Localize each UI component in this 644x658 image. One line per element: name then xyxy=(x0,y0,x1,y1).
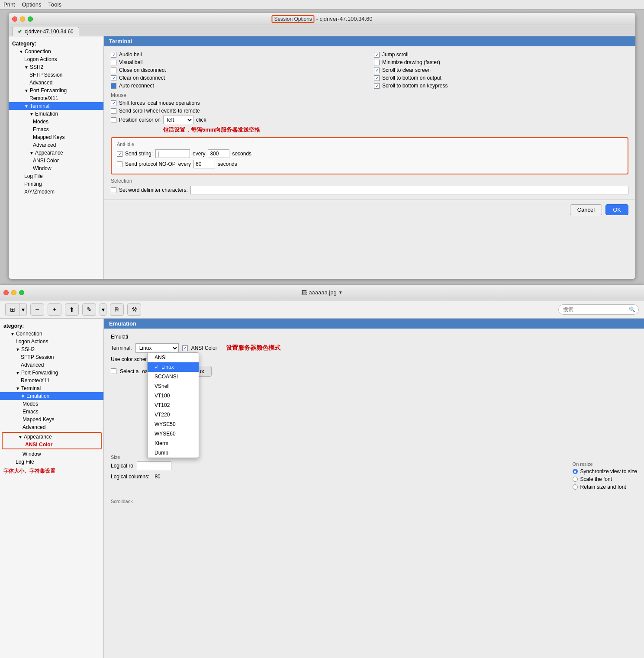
auto-reconnect-checkbox[interactable] xyxy=(111,83,116,89)
dropdown-vt100[interactable]: VT100 xyxy=(148,391,199,400)
send-string-checkbox[interactable] xyxy=(117,151,122,157)
sidebar-item-appearance[interactable]: ▼Appearance xyxy=(9,149,103,157)
ansi-color-checkbox[interactable] xyxy=(182,345,188,351)
dropdown-vt220[interactable]: VT220 xyxy=(148,410,199,419)
close-disconnect-checkbox[interactable] xyxy=(111,68,116,73)
window1-titlebar: Session Options - cjdriver-47.100.34.60 xyxy=(9,13,635,25)
layout-button[interactable]: ⊞ xyxy=(6,303,19,316)
sidebar-item-xyzmodem[interactable]: X/Y/Zmodem xyxy=(9,188,103,196)
sidebar2-emacs[interactable]: Emacs xyxy=(0,408,103,416)
dropdown-ansi[interactable]: ANSI xyxy=(148,353,199,362)
menu-tools[interactable]: Tools xyxy=(48,1,61,8)
sidebar2-appearance[interactable]: ▼Appearance xyxy=(3,433,101,441)
sidebar-item-emacs[interactable]: Emacs xyxy=(9,126,103,133)
send-string-input[interactable] xyxy=(155,149,190,158)
scroll-clear-checkbox[interactable] xyxy=(374,68,380,73)
scroll-wheel-checkbox[interactable] xyxy=(111,108,116,114)
sidebar2-window[interactable]: Window xyxy=(0,450,103,458)
iv-minimize-button[interactable] xyxy=(11,290,16,295)
sidebar-item-emulation[interactable]: ▼Emulation xyxy=(9,110,103,118)
sidebar2-remote-x11[interactable]: Remote/X11 xyxy=(0,377,103,384)
edit-chevron[interactable]: ▾ xyxy=(100,303,106,316)
close-button[interactable] xyxy=(12,16,17,22)
sidebar-item-window[interactable]: Window xyxy=(9,164,103,172)
zoom-in-button[interactable]: + xyxy=(48,303,61,316)
edit-icon[interactable]: ✎ xyxy=(82,303,96,316)
search-input[interactable] xyxy=(558,304,639,315)
sidebar2-terminal[interactable]: ▼Terminal xyxy=(0,384,103,392)
sidebar-item-printing[interactable]: Printing xyxy=(9,180,103,188)
scroll-output-checkbox[interactable] xyxy=(374,75,380,81)
sidebar2-advanced1[interactable]: Advanced xyxy=(0,361,103,369)
terminal-label: Terminal: xyxy=(111,345,132,351)
sidebar-item-remote-x11[interactable]: Remote/X11 xyxy=(9,94,103,102)
sidebar2-sftp[interactable]: SFTP Session xyxy=(0,353,103,361)
shift-mouse-checkbox[interactable] xyxy=(111,100,116,106)
sidebar-item-logfile[interactable]: Log File xyxy=(9,172,103,180)
minimize-drawing-checkbox[interactable] xyxy=(374,60,380,65)
scroll-keypress-checkbox[interactable] xyxy=(374,83,380,89)
sidebar2-log-file[interactable]: Log File xyxy=(0,458,103,466)
audio-bell-checkbox[interactable] xyxy=(111,52,116,58)
sidebar2-ssh2[interactable]: ▼SSH2 xyxy=(0,345,103,353)
sidebar2-modes[interactable]: Modes xyxy=(0,400,103,408)
clear-disconnect-checkbox[interactable] xyxy=(111,75,116,81)
dropdown-dumb[interactable]: Dumb xyxy=(148,448,199,458)
dropdown-linux[interactable]: ✓ Linux xyxy=(148,362,199,372)
sidebar-item-mapped-keys[interactable]: Mapped Keys xyxy=(9,133,103,141)
position-cursor-checkbox[interactable] xyxy=(111,117,116,123)
dropdown-wyse60[interactable]: WYSE60 xyxy=(148,429,199,439)
dropdown-xterm[interactable]: Xterm xyxy=(148,439,199,448)
sidebar2-port-forwarding[interactable]: ▼Port Forwarding xyxy=(0,369,103,377)
iv-close-button[interactable] xyxy=(3,290,9,295)
export-button[interactable]: ⎘ xyxy=(110,303,124,316)
layout-chevron[interactable]: ▾ xyxy=(19,303,26,316)
sidebar-item-advanced2[interactable]: Advanced xyxy=(9,141,103,149)
iv-maximize-button[interactable] xyxy=(19,290,24,295)
sidebar2-ansi-color[interactable]: ANSI Color xyxy=(3,441,101,448)
position-cursor-select[interactable]: left right xyxy=(163,116,193,124)
sidebar2-emulation[interactable]: ▼Emulation xyxy=(0,392,103,400)
word-delimiter-checkbox[interactable] xyxy=(111,187,116,193)
logical-cols-label: Logical columns: xyxy=(111,474,149,480)
sidebar-item-ssh2[interactable]: ▼SSH2 xyxy=(9,63,103,71)
maximize-button[interactable] xyxy=(28,16,33,22)
sidebar-item-sftp[interactable]: SFTP Session xyxy=(9,71,103,79)
sidebar-item-modes[interactable]: Modes xyxy=(9,118,103,126)
sidebar-item-advanced1[interactable]: Advanced xyxy=(9,79,103,87)
menu-options[interactable]: Options xyxy=(22,1,42,8)
sidebar-item-logon-actions[interactable]: Logon Actions xyxy=(9,55,103,63)
sidebar-item-ansi-color[interactable]: ANSI Color xyxy=(9,157,103,164)
window1-tab[interactable]: ✔ cjdriver-47.100.34.60 xyxy=(12,27,79,36)
word-delimiter-input[interactable] xyxy=(190,186,628,194)
sidebar2-logon-actions[interactable]: Logon Actions xyxy=(0,338,103,345)
sync-view-radio[interactable] xyxy=(573,469,578,474)
sidebar-item-terminal[interactable]: ▼Terminal xyxy=(9,102,103,110)
tools-button[interactable]: ⚒ xyxy=(127,303,141,316)
visual-bell-checkbox[interactable] xyxy=(111,60,116,65)
send-protocol-every-input[interactable] xyxy=(193,160,215,168)
select-a-checkbox[interactable] xyxy=(111,368,116,374)
dropdown-scoansi[interactable]: SCOANSI xyxy=(148,372,199,381)
zoom-out-button[interactable]: − xyxy=(30,303,44,316)
terminal-type-select[interactable]: Linux ANSI xyxy=(135,343,179,353)
minimize-button[interactable] xyxy=(20,16,25,22)
every-value-input[interactable] xyxy=(208,149,229,158)
dropdown-vshell[interactable]: VShell xyxy=(148,381,199,391)
logical-rows-input[interactable] xyxy=(137,461,171,470)
sidebar-item-port-forwarding[interactable]: ▼Port Forwarding xyxy=(9,87,103,94)
cancel-button[interactable]: Cancel xyxy=(570,204,602,215)
sidebar2-connection[interactable]: ▼Connection xyxy=(0,330,103,338)
share-button[interactable]: ⬆ xyxy=(65,303,79,316)
sidebar2-advanced2[interactable]: Advanced xyxy=(0,423,103,431)
retain-size-radio[interactable] xyxy=(573,484,578,490)
ok-button[interactable]: OK xyxy=(605,204,628,215)
dropdown-vt102[interactable]: VT102 xyxy=(148,400,199,410)
dropdown-wyse50[interactable]: WYSE50 xyxy=(148,419,199,429)
sidebar-item-connection[interactable]: ▼Connection xyxy=(9,48,103,55)
menu-print[interactable]: Print xyxy=(3,1,15,8)
sidebar2-mapped-keys[interactable]: Mapped Keys xyxy=(0,416,103,423)
jump-scroll-checkbox[interactable] xyxy=(374,52,380,58)
send-protocol-checkbox[interactable] xyxy=(117,161,122,167)
scale-font-radio[interactable] xyxy=(573,477,578,482)
